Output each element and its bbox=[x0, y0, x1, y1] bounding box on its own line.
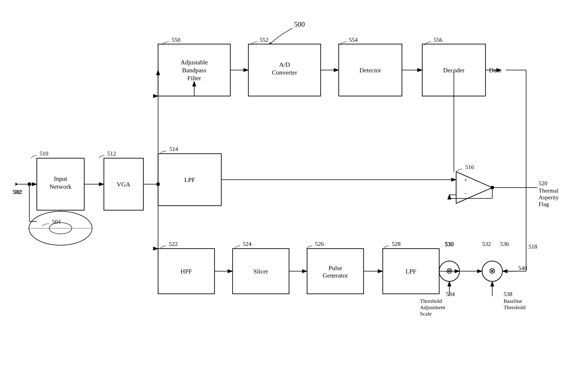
ref-552-label: 552 bbox=[260, 37, 268, 43]
ref-530-top: 530 bbox=[445, 241, 454, 248]
thermal-flag-text2: Asperity bbox=[539, 194, 559, 201]
adc-text2: Converter bbox=[272, 69, 297, 76]
ref-550-label: 550 bbox=[172, 37, 180, 43]
pg-text2: Generator bbox=[323, 272, 348, 279]
adc-text1: A/D bbox=[279, 61, 290, 68]
ref-538-label: 538 bbox=[503, 291, 512, 297]
ref-556-label: 556 bbox=[434, 37, 442, 43]
ref-520-label: 520 bbox=[539, 180, 547, 187]
ref-526-label: 526 bbox=[315, 241, 324, 247]
abf-text1: Adjustable bbox=[180, 59, 208, 66]
threshold-adj-text2: Adjustment bbox=[420, 304, 445, 310]
ref-518-label: 518 bbox=[528, 243, 537, 250]
ref-500-arrow bbox=[269, 28, 293, 45]
thermal-flag-text1: Thermal bbox=[539, 187, 559, 194]
input-network-text2: Network bbox=[49, 183, 72, 190]
mult-532-x: ⊗ bbox=[489, 266, 496, 275]
ref-540-label: 540 bbox=[518, 265, 527, 271]
mult-530-x: ⊗ bbox=[446, 266, 453, 275]
abf-text3: Filter bbox=[187, 75, 201, 82]
thermal-flag-text3: Flag bbox=[539, 201, 549, 207]
comparator-plus: + bbox=[464, 177, 467, 183]
comparator-minus: − bbox=[464, 190, 467, 197]
threshold-adj-text3: Scale bbox=[420, 311, 432, 317]
ref-528-curve bbox=[383, 246, 389, 249]
ref-500-label: 500 bbox=[294, 20, 305, 28]
ref-512-label: 512 bbox=[107, 150, 116, 157]
abf-text2: Bandpass bbox=[182, 67, 206, 74]
ref-522-label: 522 bbox=[169, 241, 178, 247]
ref-536-label: 536 bbox=[500, 241, 509, 247]
ref-512-curve bbox=[99, 156, 104, 158]
baseline-text2: Threshold bbox=[503, 304, 526, 310]
lpf-top-text: LPF bbox=[184, 176, 195, 183]
ref-554-label: 554 bbox=[349, 37, 358, 43]
ref-532-label: 532 bbox=[482, 241, 491, 247]
ref-524-curve bbox=[234, 246, 240, 249]
hpf-text: HPF bbox=[180, 268, 192, 275]
ref-522-curve bbox=[160, 246, 166, 249]
ref-510-curve bbox=[31, 156, 37, 158]
detector-text: Detector bbox=[359, 67, 381, 74]
slicer-text: Slicer bbox=[253, 268, 268, 275]
ref-514-curve bbox=[160, 151, 167, 154]
diagram-container: 500 Adjustable Bandpass Filter 550 A/D C… bbox=[0, 0, 588, 379]
pg-text1: Pulse bbox=[329, 264, 342, 271]
ref-534-label: 534 bbox=[446, 291, 455, 297]
input-network-text1: Input bbox=[54, 175, 67, 182]
ref-524-label: 524 bbox=[243, 241, 251, 247]
baseline-text1: Baseline bbox=[503, 298, 522, 304]
ref-504-label: 504 bbox=[52, 219, 61, 225]
ref-502-arrow bbox=[15, 183, 18, 186]
threshold-adj-text1: Threshold bbox=[420, 298, 442, 304]
ref-502-text: 502 bbox=[13, 189, 21, 195]
ref-528-label: 528 bbox=[392, 241, 401, 247]
ref-516-curve bbox=[456, 169, 462, 172]
diagram-svg: 500 Adjustable Bandpass Filter 550 A/D C… bbox=[0, 0, 588, 379]
ref-526-curve bbox=[307, 246, 312, 249]
ref-516-label: 516 bbox=[465, 164, 474, 170]
ref-510-label: 510 bbox=[40, 150, 48, 157]
vga-text: VGA bbox=[117, 181, 131, 188]
ref-514-label: 514 bbox=[169, 146, 178, 152]
lpf-bottom-text: LPF bbox=[406, 268, 416, 275]
